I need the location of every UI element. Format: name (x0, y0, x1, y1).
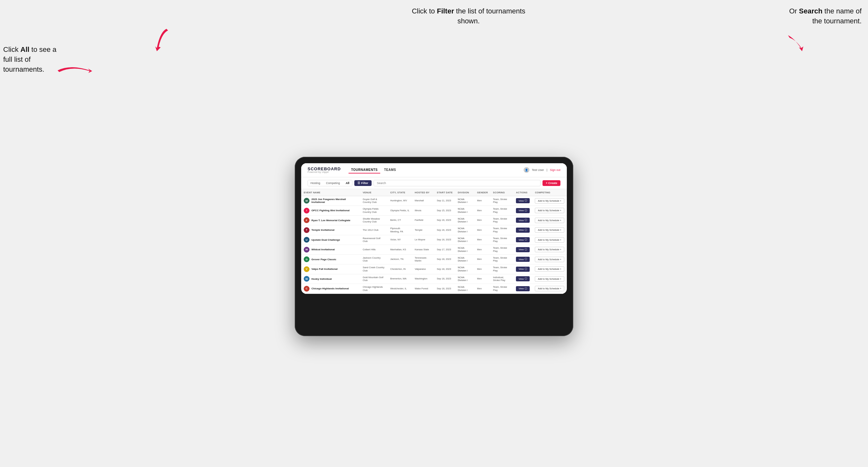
filter-btn-competing[interactable]: Competing (323, 180, 343, 186)
view-button-8[interactable]: View ⓘ (516, 276, 530, 281)
cell-scoring-0: Team, Stroke Play (490, 196, 514, 206)
cell-actions-1: View ⓘ (514, 206, 532, 216)
cell-event-name-4: U Upstate Dual Challenge (301, 235, 360, 245)
view-button-9[interactable]: View ⓘ (516, 286, 530, 291)
annotation-search: Or Search the name of the tournament. (778, 6, 862, 26)
cell-date-1: Sep 15, 2023 (434, 206, 455, 216)
add-schedule-button-6[interactable]: Add to My Schedule + (535, 257, 564, 262)
nav-tab-teams[interactable]: TEAMS (381, 167, 399, 174)
col-hosted-by: HOSTED BY (412, 189, 434, 196)
team-logo-0: M (304, 198, 310, 204)
add-schedule-button-5[interactable]: Add to My Schedule + (535, 247, 564, 252)
add-schedule-button-2[interactable]: Add to My Schedule + (535, 218, 564, 223)
cell-division-8: NCAA Division I (455, 274, 474, 284)
cell-event-name-3: T Temple Invitational (301, 225, 360, 235)
cell-event-name-1: I OFCC Fighting Illini Invitational (301, 206, 360, 216)
event-name-text-1: OFCC Fighting Illini Invitational (311, 209, 349, 212)
cell-scoring-1: Team, Stroke Play (490, 206, 514, 216)
table-row: F Ryan T. Lee Memorial Collegiate Shuttl… (301, 215, 567, 225)
col-division: DIVISION (455, 189, 474, 196)
arrow-search (778, 32, 817, 64)
create-button[interactable]: + Create (542, 180, 560, 186)
view-button-0[interactable]: View ⓘ (516, 198, 530, 203)
event-name-text-7: Valpo Fall Invitational (311, 268, 338, 271)
add-schedule-button-0[interactable]: Add to My Schedule + (535, 198, 564, 204)
cell-venue-9: Chicago Highlands Club (360, 284, 388, 294)
view-button-1[interactable]: View ⓘ (516, 208, 530, 213)
filter-btn-group: Hosting Competing All (308, 180, 352, 186)
cell-hosted-1: Illinois (412, 206, 434, 216)
cell-gender-5: Men (474, 245, 490, 255)
view-button-2[interactable]: View ⓘ (516, 218, 530, 223)
cell-hosted-0: Marshall (412, 196, 434, 206)
cell-date-3: Sep 16, 2023 (434, 225, 455, 235)
col-venue: VENUE (360, 189, 388, 196)
table-row: M 2023 Joe Feaganes Marshall Invitationa… (301, 196, 567, 206)
cell-hosted-5: Kansas State (412, 245, 434, 255)
cell-hosted-8: Washington (412, 274, 434, 284)
view-icon-9: ⓘ (525, 287, 527, 290)
view-button-7[interactable]: View ⓘ (516, 267, 530, 272)
cell-division-9: NCAA Division I (455, 284, 474, 294)
filter-button[interactable]: ☰ Filter (354, 180, 372, 186)
cell-date-5: Sep 17, 2023 (434, 245, 455, 255)
add-schedule-button-4[interactable]: Add to My Schedule + (535, 237, 564, 243)
cell-actions-2: View ⓘ (514, 215, 532, 225)
table-row: T Temple Invitational The 1912 Club Plym… (301, 225, 567, 235)
cell-competing-9: Add to My Schedule + (532, 284, 567, 294)
team-logo-4: U (304, 237, 310, 243)
team-logo-7: V (304, 266, 310, 272)
view-button-6[interactable]: View ⓘ (516, 257, 530, 262)
team-logo-8: W (304, 276, 310, 282)
add-schedule-button-7[interactable]: Add to My Schedule + (535, 266, 564, 272)
cell-city-5: Manhattan, KS (388, 245, 412, 255)
add-schedule-button-1[interactable]: Add to My Schedule + (535, 208, 564, 213)
team-logo-5: W (304, 247, 310, 253)
cell-gender-6: Men (474, 254, 490, 264)
header-right: 👤 Test User | Sign out (524, 167, 560, 173)
filter-icon: ☰ (358, 182, 360, 185)
cell-division-5: NCAA Division I (455, 245, 474, 255)
filter-btn-all[interactable]: All (343, 180, 352, 186)
view-button-4[interactable]: View ⓘ (516, 237, 530, 242)
event-name-text-9: Chicago Highlands Invitational (311, 287, 349, 290)
cell-venue-3: The 1912 Club (360, 225, 388, 235)
app-header: SCOREBOARD Powered by clippd TOURNAMENTS… (301, 163, 567, 177)
cell-actions-6: View ⓘ (514, 254, 532, 264)
col-event-name: EVENT NAME (301, 189, 360, 196)
view-button-5[interactable]: View ⓘ (516, 247, 530, 252)
cell-competing-2: Add to My Schedule + (532, 215, 567, 225)
cell-event-name-2: F Ryan T. Lee Memorial Collegiate (301, 215, 360, 225)
signout-link[interactable]: Sign out (550, 168, 560, 172)
search-input[interactable] (373, 180, 541, 186)
cell-competing-3: Add to My Schedule + (532, 225, 567, 235)
cell-event-name-9: C Chicago Highlands Invitational (301, 284, 360, 294)
cell-event-name-8: W Husky Individual (301, 274, 360, 284)
cell-city-3: Plymouth Meeting, PA (388, 225, 412, 235)
cell-competing-5: Add to My Schedule + (532, 245, 567, 255)
cell-city-0: Huntington, WV (388, 196, 412, 206)
event-name-text-4: Upstate Dual Challenge (311, 239, 340, 241)
logo-name: SCOREBOARD (308, 167, 341, 171)
cell-city-8: Bremerton, WA (388, 274, 412, 284)
add-schedule-button-9[interactable]: Add to My Schedule + (535, 286, 564, 291)
cell-actions-9: View ⓘ (514, 284, 532, 294)
add-schedule-button-3[interactable]: Add to My Schedule + (535, 227, 564, 233)
cell-competing-7: Add to My Schedule + (532, 264, 567, 274)
cell-scoring-8: Individual, Stroke Play (490, 274, 514, 284)
nav-tab-tournaments[interactable]: TOURNAMENTS (348, 167, 380, 174)
cell-scoring-6: Team, Stroke Play (490, 254, 514, 264)
add-schedule-button-8[interactable]: Add to My Schedule + (535, 276, 564, 282)
col-scoring: SCORING (490, 189, 514, 196)
filter-btn-hosting[interactable]: Hosting (308, 180, 323, 186)
team-logo-2: F (304, 217, 310, 223)
cell-division-4: NCAA Division I (455, 235, 474, 245)
tablet-frame: SCOREBOARD Powered by clippd TOURNAMENTS… (295, 157, 573, 336)
col-actions: ACTIONS (514, 189, 532, 196)
view-button-3[interactable]: View ⓘ (516, 227, 530, 233)
cell-city-7: Chesterton, IN (388, 264, 412, 274)
team-logo-3: T (304, 227, 310, 233)
toolbar: Hosting Competing All ☰ Filter + Create (301, 177, 567, 189)
logo-sub: Powered by clippd (308, 171, 341, 173)
cell-date-2: Sep 16, 2023 (434, 215, 455, 225)
